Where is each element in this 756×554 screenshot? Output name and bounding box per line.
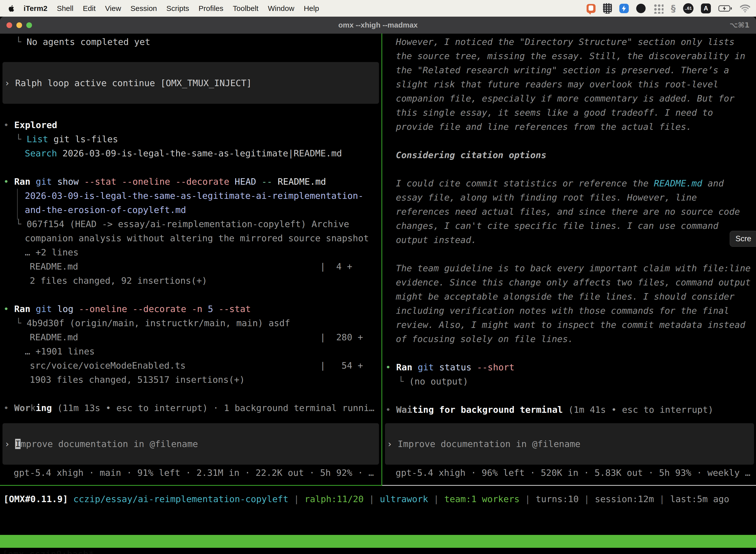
text-segment: |	[579, 494, 595, 504]
terminal-line: review. Also, I might want to inspect th…	[382, 318, 756, 332]
menu-item-window[interactable]: Window	[263, 4, 299, 13]
text-segment: git	[36, 176, 52, 187]
window-title-bar[interactable]: omx --xhigh --madmax ⌥⌘1	[0, 17, 756, 34]
text-segment: └	[398, 376, 409, 386]
dots-grid-icon[interactable]	[653, 3, 664, 14]
text-segment: •	[3, 403, 14, 413]
menu-item-shell[interactable]: Shell	[52, 4, 78, 13]
terminal-line: Considering citation options	[382, 148, 756, 162]
terminal-line	[382, 388, 756, 403]
text-segment: └	[16, 134, 26, 144]
text-segment: |	[654, 494, 670, 504]
omx-status-line: [OMX#0.11.9] cczip/essay/ai-reimplementa…	[0, 492, 756, 506]
tmux-status-bar: [omx-cczip0:bash* "MacBook-Pro-44.local"…	[0, 535, 756, 548]
chat-icon[interactable]	[586, 4, 595, 13]
terminal-line: README.md | 4 +	[0, 259, 381, 274]
terminal-line: I could cite commit statistics or refere…	[382, 176, 756, 190]
text-segment: README.md	[654, 178, 702, 188]
text-segment: show	[52, 176, 79, 187]
right-prompt-input[interactable]: › Improve documentation in @filename	[385, 423, 754, 465]
menu-item-iterm2[interactable]: iTerm2	[19, 4, 52, 13]
right-pane-status: gpt-5.4 xhigh · 96% left · 520K in · 5.8…	[396, 466, 750, 480]
text-segment: Ran	[396, 362, 412, 372]
terminal-line	[382, 346, 756, 360]
text-segment: status	[434, 362, 471, 372]
terminal-line: … +2 lines	[0, 245, 381, 259]
terminal-line: • Ran git log --oneline --decorate -n 5 …	[0, 302, 381, 316]
left-pane-bottom-border	[0, 485, 381, 486]
menu-item-help[interactable]: Help	[299, 4, 324, 13]
right-pane-output: However, I noticed the "Directory Struct…	[382, 35, 756, 422]
text-segment: session:12m	[595, 494, 654, 504]
keypad-shield-icon[interactable]	[603, 3, 612, 14]
text-segment: 2 files changed, 92 insertions(+)	[30, 276, 207, 286]
text-segment: changes, I can't cite specific file line…	[396, 221, 718, 231]
text-segment: cczip/essay/ai-reimplementation-copyleft	[73, 494, 289, 504]
menu-items: iTerm2ShellEditViewSessionScriptsProfile…	[19, 4, 324, 13]
text-segment	[30, 176, 36, 187]
a-key-icon[interactable]: A	[701, 3, 711, 13]
text-segment: └	[16, 318, 26, 328]
text-segment: 2026-03-09-is-legal-the-same-as-legitima…	[25, 190, 363, 201]
inject-banner: › Ralph loop active continue [OMX_TMUX_I…	[2, 62, 379, 104]
apple-menu-icon[interactable]	[7, 3, 15, 13]
text-segment: companion file, especially if more comme…	[396, 93, 735, 104]
text-segment: this single essay, it seems like a good …	[396, 107, 713, 118]
text-segment: turns:10	[536, 494, 579, 504]
terminal-line: companion file, especially if more comme…	[382, 91, 756, 106]
text-segment: ing	[36, 403, 52, 413]
right-pane-bottom-border	[382, 485, 756, 486]
lightning-icon[interactable]	[619, 4, 629, 13]
menu-bar: iTerm2ShellEditViewSessionScriptsProfile…	[0, 0, 756, 17]
left-pane-scrollback: └ No agents completed yet	[0, 35, 381, 49]
terminal-line: and-the-erosion-of-copyleft.md	[0, 203, 381, 217]
text-segment: (1m 41s • esc to interrupt)	[563, 404, 713, 415]
terminal-line: changes, I can't cite specific file line…	[382, 219, 756, 233]
left-prompt-input[interactable]: › Improve documentation in @filename	[2, 423, 379, 465]
battery-icon[interactable]	[718, 5, 732, 12]
badge-61-icon[interactable]: ..61	[683, 3, 693, 14]
text-segment: team:1 workers	[444, 494, 519, 504]
text-segment: 5	[202, 304, 213, 314]
terminal-line: this single essay, it seems like a good …	[382, 106, 756, 120]
terminal-line: might be acceptable alongside the file l…	[382, 289, 756, 303]
text-segment: --stat --oneline --decorate	[79, 176, 229, 187]
text-segment: git	[418, 362, 434, 372]
terminal-line: 2 files changed, 92 insertions(+)	[0, 274, 381, 288]
text-segment: ultrawork	[380, 494, 428, 504]
menu-item-view[interactable]: View	[101, 4, 126, 13]
text-segment: 1903 files changed, 513517 insertions(+)	[30, 375, 245, 385]
text-segment: slight risk that future readers may over…	[396, 79, 718, 89]
prompt-chevron: ›	[387, 439, 397, 449]
wifi-icon[interactable]	[740, 4, 751, 13]
menu-item-toolbelt[interactable]: Toolbelt	[228, 4, 263, 13]
menu-item-scripts[interactable]: Scripts	[162, 4, 194, 13]
text-segment: references need actual files, and since …	[396, 207, 740, 217]
text-segment: |	[428, 494, 444, 504]
text-segment: essay file, along with finding root file…	[396, 192, 697, 203]
text-segment: List	[26, 134, 48, 144]
pie-chart-icon[interactable]	[636, 4, 646, 13]
terminal-line	[382, 134, 756, 148]
terminal-line: the "Related research writing" section i…	[382, 63, 756, 77]
text-segment: the "Related research writing" section i…	[396, 65, 729, 75]
iterm-window: omx --xhigh --madmax ⌥⌘1 └ No agents com…	[0, 17, 756, 554]
terminal-line: Search 2026-03-09-is-legal-the-same-as-l…	[0, 146, 381, 160]
text-segment: |	[364, 494, 380, 504]
text-segment	[30, 304, 36, 314]
menu-item-session[interactable]: Session	[126, 4, 162, 13]
terminal-line: └ No agents completed yet	[0, 35, 381, 49]
text-segment: README.md | 4 +	[30, 261, 352, 272]
text-segment: and-the-erosion-of-copyleft.md	[25, 205, 186, 215]
tmux-window-tab[interactable]: [omx-cczip0:bash*	[2, 548, 94, 554]
text-segment: log	[52, 304, 73, 314]
menu-item-profiles[interactable]: Profiles	[194, 4, 228, 13]
left-pane-output: • Explored└ List git ls-filesSearch 2026…	[0, 104, 381, 422]
terminal-line: └ List git ls-files	[0, 132, 381, 146]
text-segment: (no output)	[409, 376, 468, 386]
hook-icon[interactable]: §	[671, 3, 676, 14]
terminal-line	[0, 387, 381, 401]
menu-item-edit[interactable]: Edit	[78, 4, 101, 13]
text-segment: 4b9d30f (origin/main, instructkr/main, m…	[26, 318, 290, 328]
terminal-line	[382, 162, 756, 176]
